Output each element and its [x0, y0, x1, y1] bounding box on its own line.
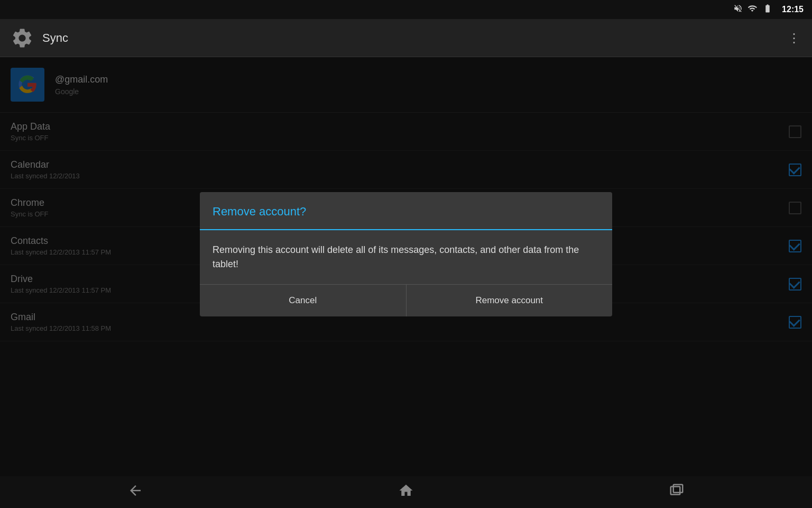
- dialog-actions: Cancel Remove account: [200, 285, 612, 316]
- back-button[interactable]: [127, 483, 143, 502]
- svg-rect-0: [671, 486, 680, 494]
- battery-icon: [762, 4, 773, 15]
- dialog-body: Removing this account will delete all of…: [200, 230, 612, 285]
- gear-icon: [11, 26, 34, 50]
- more-options-button[interactable]: ⋮: [788, 31, 801, 46]
- home-button[interactable]: [398, 483, 414, 502]
- status-bar: 12:15: [0, 0, 812, 19]
- main-content: @gmail.com Google App Data Sync is OFF C…: [0, 57, 812, 476]
- title-bar: Sync ⋮: [0, 19, 812, 57]
- mute-icon: [733, 4, 743, 15]
- status-icons: 12:15: [733, 4, 804, 15]
- cancel-button[interactable]: Cancel: [200, 285, 407, 316]
- svg-rect-1: [673, 484, 683, 492]
- nav-bar: [0, 476, 812, 508]
- dialog-title: Remove account?: [200, 192, 612, 230]
- page-title: Sync: [42, 31, 68, 45]
- wifi-icon: [747, 4, 758, 15]
- remove-account-dialog: Remove account? Removing this account wi…: [200, 192, 612, 316]
- status-time: 12:15: [782, 5, 804, 14]
- recents-button[interactable]: [669, 483, 685, 502]
- remove-account-button[interactable]: Remove account: [407, 285, 613, 316]
